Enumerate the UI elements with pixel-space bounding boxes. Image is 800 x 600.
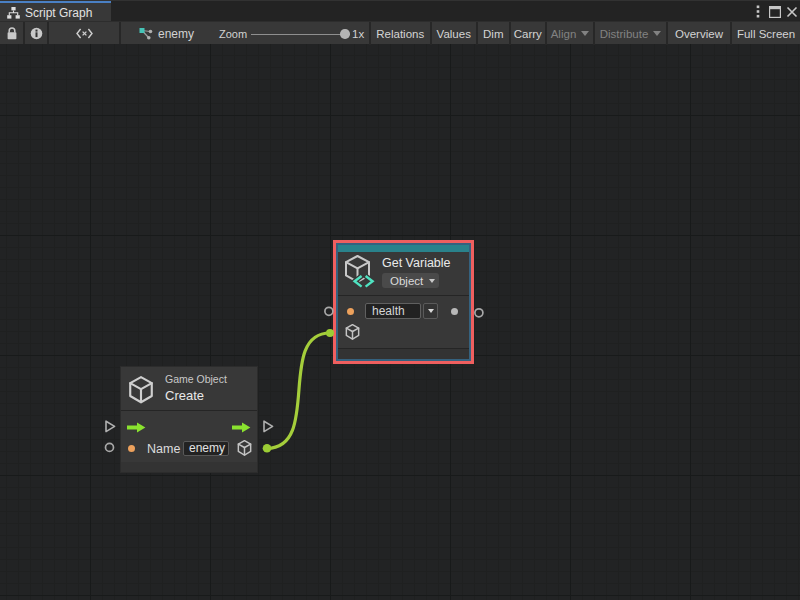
toolbar-button-full-screen[interactable]: Full Screen [730,22,800,45]
node-title: Create [165,388,204,403]
node-footer [338,349,469,359]
info-button[interactable] [25,22,48,45]
dropdown-caret-icon [428,309,434,313]
node-title: Get Variable [382,256,451,270]
toolbar-button-relations[interactable]: Relations [369,22,430,45]
value-output-port-dot[interactable] [451,308,458,315]
tab-title: Script Graph [25,6,92,20]
variable-name-dropdown-button[interactable] [423,303,438,319]
close-icon [786,6,798,18]
toolbar-button-carry[interactable]: Carry [509,22,546,45]
name-input-port-dot[interactable] [128,445,135,452]
lock-button[interactable] [0,22,24,45]
maximize-icon [769,6,781,18]
variable-name-input-field[interactable]: health [365,303,421,319]
toolbar-button-distribute[interactable]: Distribute [593,22,666,45]
name-input-field[interactable]: enemy [183,441,229,456]
variable-name-input-port-dot[interactable] [347,308,354,315]
toolbar-button-values[interactable]: Values [430,22,477,45]
graph-toolbar: enemy Zoom 1x Relations Values Dim Carry… [0,21,800,44]
zoom-slider-track[interactable] [251,34,344,36]
zoom-slider-thumb[interactable] [340,29,350,39]
tab-script-graph[interactable]: Script Graph [0,1,111,22]
gameobject-cube-icon [128,376,154,408]
toolbar-button-overview[interactable]: Overview [666,22,730,45]
variable-scope-dropdown[interactable]: Object [382,273,439,288]
title-bar: Script Graph [0,0,800,21]
toolbar-button-align[interactable]: Align [545,22,593,45]
object-input-port-icon[interactable] [345,324,360,344]
node-header: Game Object Create [121,367,257,410]
node-footer [121,462,257,472]
zoom-label: Zoom [219,22,247,45]
kebab-menu-icon [756,5,760,19]
node-accent-bar [338,245,469,252]
code-view-button[interactable] [49,22,120,45]
window-maximize-button[interactable] [768,1,782,22]
script-graph-window: Script Graph [0,0,800,600]
graph-name-breadcrumb[interactable]: enemy [158,22,194,45]
control-input-arrow-icon[interactable] [127,419,146,437]
code-view-icon [76,28,93,39]
script-graph-hierarchy-icon [7,7,20,19]
name-field-label: Name [147,442,180,456]
variable-cube-code-icon [344,255,375,293]
dropdown-caret-icon [581,31,589,36]
graph-network-icon [138,22,154,45]
toolbar-button-dim[interactable]: Dim [476,22,509,45]
node-get-variable[interactable]: Get Variable Object health [338,245,469,359]
gameobject-output-port-icon[interactable] [237,440,252,460]
lock-icon [6,27,18,40]
window-close-button[interactable] [785,1,798,22]
dropdown-caret-icon [653,31,661,36]
info-icon [30,27,43,40]
node-get-variable-selection-outline: Get Variable Object health [333,240,474,364]
node-kind-label: Game Object [165,373,227,385]
dropdown-caret-icon [429,279,435,283]
zoom-value: 1x [352,22,364,45]
node-create-game-object[interactable]: Game Object Create Name enemy [120,366,258,473]
window-menu-button[interactable] [752,1,763,22]
control-output-arrow-icon[interactable] [232,419,251,437]
